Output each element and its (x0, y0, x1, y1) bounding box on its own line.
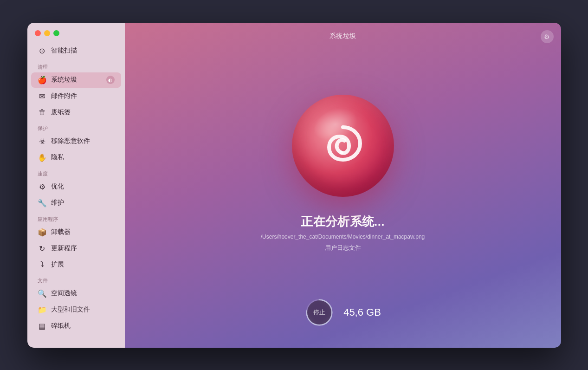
wastebasket-icon: 🗑 (38, 108, 47, 117)
maintain-icon: 🔧 (38, 199, 47, 208)
sidebar-item-smart-scan[interactable]: ⊙ 智能扫描 (31, 43, 121, 58)
sidebar-item-uninstaller[interactable]: 📦 卸载器 (31, 225, 121, 240)
large-old-files-label: 大型和旧文件 (51, 305, 90, 314)
sidebar-item-space-lens[interactable]: 🔍 空间透镜 (31, 286, 121, 301)
privacy-label: 隐私 (51, 153, 64, 162)
sidebar-item-maintain[interactable]: 🔧 维护 (31, 195, 121, 211)
space-lens-label: 空间透镜 (51, 289, 77, 298)
system-trash-badge: ◐ (106, 76, 115, 84)
stop-button[interactable]: 停止 (307, 300, 331, 325)
section-files-label: 文件 (27, 273, 125, 286)
sidebar: ⊙ 智能扫描 清理 🍎 系统垃圾 ◐ ✉ 邮件附件 🗑 废纸篓 保护 ☣ 移除恶… (27, 23, 125, 348)
updater-icon: ↻ (38, 244, 47, 253)
app-window: ⊙ 智能扫描 清理 🍎 系统垃圾 ◐ ✉ 邮件附件 🗑 废纸篓 保护 ☣ 移除恶… (27, 23, 561, 348)
updater-label: 更新程序 (51, 244, 77, 253)
sidebar-item-large-old-files[interactable]: 📁 大型和旧文件 (31, 302, 121, 318)
settings-button[interactable]: ⚙ (541, 30, 554, 43)
logo-svg (313, 116, 373, 176)
titlebar-dots (27, 30, 125, 43)
settings-icon: ⚙ (544, 33, 550, 40)
section-protect-label: 保护 (27, 120, 125, 133)
size-label: 45,6 GB (343, 306, 381, 318)
privacy-icon: ✋ (38, 153, 47, 162)
section-speed-label: 速度 (27, 166, 125, 179)
status-path: /Users/hoover_the_cat/Documents/Movies/d… (261, 234, 425, 240)
sidebar-item-mail-attachments[interactable]: ✉ 邮件附件 (31, 89, 121, 104)
sidebar-item-optimize[interactable]: ⚙ 优化 (31, 179, 121, 195)
wastebasket-label: 废纸篓 (51, 108, 71, 117)
mail-icon: ✉ (38, 92, 47, 101)
status-section: 正在分析系统... /Users/hoover_the_cat/Document… (261, 214, 425, 252)
smart-scan-icon: ⊙ (38, 46, 47, 55)
system-trash-icon: 🍎 (38, 76, 47, 84)
large-files-icon: 📁 (38, 305, 47, 314)
shredder-icon: ▤ (38, 322, 47, 331)
mail-attachments-label: 邮件附件 (51, 92, 77, 100)
maximize-button[interactable] (53, 30, 59, 36)
stop-section: 停止 45,6 GB (304, 298, 381, 327)
uninstaller-icon: 📦 (38, 228, 47, 237)
optimize-label: 优化 (51, 182, 64, 191)
status-subtitle: 用户日志文件 (325, 244, 361, 252)
extensions-label: 扩展 (51, 260, 64, 269)
sidebar-item-extensions[interactable]: ⤵ 扩展 (31, 257, 121, 272)
main-content: 系统垃圾 ⚙ 正在分析系统... /Users/hoo (125, 23, 561, 348)
uninstaller-label: 卸载器 (51, 228, 71, 236)
space-lens-icon: 🔍 (38, 289, 47, 298)
sidebar-item-updater[interactable]: ↻ 更新程序 (31, 241, 121, 256)
extensions-icon: ⤵ (38, 260, 47, 269)
status-title: 正在分析系统... (301, 214, 384, 230)
minimize-button[interactable] (44, 30, 50, 36)
system-trash-label: 系统垃圾 (51, 76, 77, 84)
optimize-icon: ⚙ (38, 182, 47, 191)
sidebar-item-remove-malware[interactable]: ☣ 移除恶意软件 (31, 134, 121, 149)
section-apps-label: 应用程序 (27, 211, 125, 224)
window-title: 系统垃圾 (330, 32, 356, 40)
sidebar-item-shredder[interactable]: ▤ 碎纸机 (31, 318, 121, 334)
sidebar-item-wastebasket[interactable]: 🗑 废纸篓 (31, 105, 121, 120)
shredder-label: 碎纸机 (51, 322, 71, 330)
logo-sphere (292, 95, 394, 197)
smart-scan-label: 智能扫描 (51, 46, 77, 55)
maintain-label: 维护 (51, 199, 64, 207)
app-logo (292, 95, 394, 197)
sidebar-item-system-trash[interactable]: 🍎 系统垃圾 ◐ (31, 72, 121, 88)
stop-btn-container: 停止 (304, 298, 334, 327)
remove-malware-label: 移除恶意软件 (51, 137, 90, 145)
close-button[interactable] (35, 30, 41, 36)
malware-icon: ☣ (38, 137, 47, 146)
sidebar-item-privacy[interactable]: ✋ 隐私 (31, 150, 121, 165)
section-clean-label: 清理 (27, 59, 125, 72)
